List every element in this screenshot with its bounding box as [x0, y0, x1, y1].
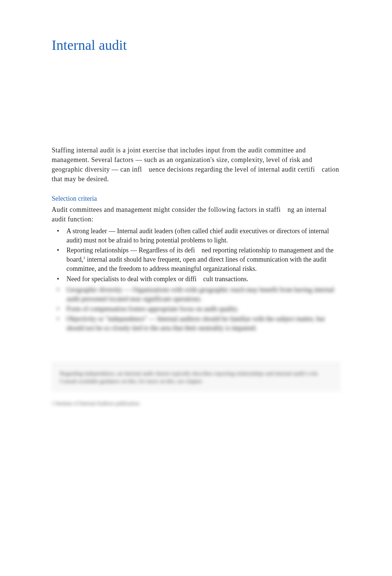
bullet-rest: fosters appropriate focus on audit quali… [127, 305, 238, 313]
bullet-rest: internal audit should have frequent, ope… [66, 256, 326, 272]
bullet-lead: Objectivity or "independence" [66, 315, 147, 323]
intro-paragraph: Staffing internal audit is a joint exerc… [52, 145, 340, 184]
list-item: Reporting relationships — Regardless of … [52, 246, 340, 274]
list-item: Need for specialists to deal with comple… [52, 275, 340, 284]
page-title: Internal audit [52, 37, 340, 53]
list-item: Form of compensation fosters appropriate… [52, 304, 340, 314]
list-item: Objectivity or "independence" — Internal… [52, 314, 340, 333]
footnote-reference: 1 Institute of Internal Auditors publica… [52, 401, 340, 407]
bullet-lead: Form of compensation [66, 305, 127, 313]
bullet-lead: Reporting relationships [66, 246, 128, 254]
bullet-rest: to deal with complex or diffi cult trans… [119, 275, 248, 283]
list-item: A strong leader — Internal audit leaders… [52, 227, 340, 245]
blurred-bullet-list: Geographic diversity — Organizations wit… [52, 285, 340, 333]
bullet-lead: Need for specialists [66, 275, 119, 283]
bullet-lead: Geographic diversity [66, 286, 122, 293]
list-item: Geographic diversity — Organizations wit… [52, 285, 340, 304]
section-intro: Audit committees and management might co… [52, 205, 340, 224]
section-heading: Selection criteria [52, 195, 340, 203]
bullet-lead: A strong leader [66, 227, 107, 235]
page-container: Internal audit Staffing internal audit i… [0, 0, 392, 429]
footnote-box: Regarding independence, an internal audi… [52, 363, 340, 392]
bullet-list: A strong leader — Internal audit leaders… [52, 227, 340, 284]
